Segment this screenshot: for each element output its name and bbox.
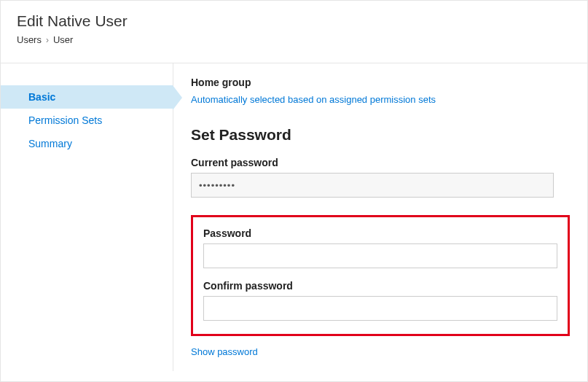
- password-label: Password: [203, 227, 557, 239]
- current-password-label: Current password: [191, 157, 570, 168]
- home-group-label: Home group: [191, 77, 570, 88]
- breadcrumb: Users › User: [17, 34, 571, 45]
- sidebar-item-basic[interactable]: Basic: [1, 85, 173, 109]
- content-panel: Home group Automatically selected based …: [173, 63, 587, 371]
- show-password-link[interactable]: Show password: [191, 346, 258, 357]
- page-title: Edit Native User: [17, 12, 571, 30]
- breadcrumb-current: User: [53, 34, 73, 45]
- sidebar: Basic Permission Sets Summary: [1, 63, 173, 371]
- breadcrumb-root[interactable]: Users: [17, 34, 42, 45]
- set-password-title: Set Password: [191, 126, 570, 144]
- current-password-field[interactable]: [191, 173, 554, 198]
- home-group-hint-link[interactable]: Automatically selected based on assigned…: [191, 94, 436, 105]
- confirm-password-label: Confirm password: [203, 280, 557, 292]
- sidebar-item-permission-sets[interactable]: Permission Sets: [1, 109, 173, 132]
- password-highlight-box: Password Confirm password: [191, 215, 570, 336]
- confirm-password-field[interactable]: [203, 296, 557, 321]
- sidebar-item-summary[interactable]: Summary: [1, 132, 173, 155]
- chevron-right-icon: ›: [46, 35, 49, 45]
- password-field[interactable]: [203, 243, 557, 268]
